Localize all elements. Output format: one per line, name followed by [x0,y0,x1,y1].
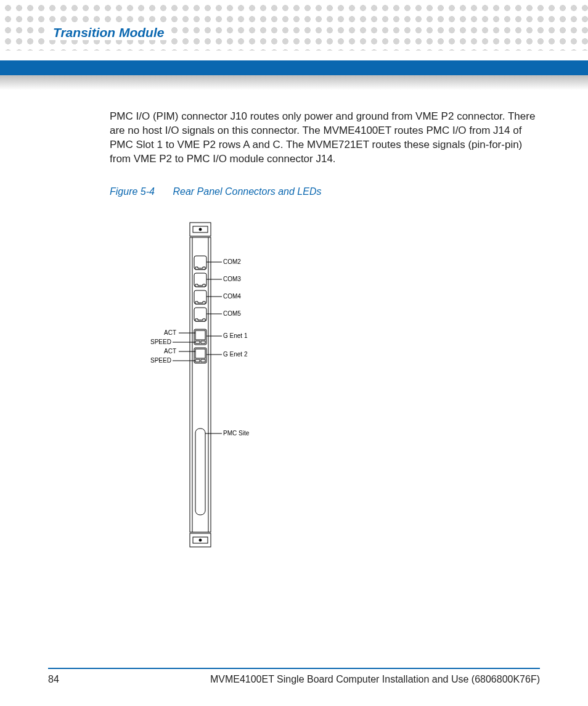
header-shadow [0,75,588,90]
label-act1: ACT [164,329,176,336]
label-speed1: SPEED [150,339,171,345]
label-speed2: SPEED [150,357,171,364]
label-act2: ACT [164,348,176,355]
label-pmcsite: PMC Site [223,430,249,437]
figure-title: Rear Panel Connectors and LEDs [173,186,321,197]
figure-caption: Figure 5-4 Rear Panel Connectors and LED… [110,186,321,197]
label-genet2: G Enet 2 [223,351,247,358]
svg-point-2 [199,228,202,231]
label-com4: COM4 [223,293,241,300]
svg-point-8 [199,539,202,541]
label-com2: COM2 [223,258,241,265]
header-bar [0,60,588,75]
svg-rect-17 [194,348,206,363]
section-title: Transition Module [48,25,169,40]
svg-rect-15 [195,341,200,343]
figure-number: Figure 5-4 [110,186,170,197]
svg-rect-18 [195,349,205,358]
label-com3: COM3 [223,276,241,282]
svg-rect-19 [195,359,200,362]
footer-text: MVME4100ET Single Board Computer Install… [210,674,540,685]
svg-rect-16 [201,341,205,343]
page-number: 84 [48,674,59,685]
body-paragraph: PMC I/O (PIM) connector J10 routes only … [110,110,541,166]
document-page: Transition Module PMC I/O (PIM) connecto… [0,0,588,706]
svg-rect-13 [194,329,206,345]
svg-rect-21 [195,429,205,515]
svg-rect-20 [201,359,205,362]
svg-rect-14 [195,330,205,340]
panel-svg [148,219,296,564]
label-genet1: G Enet 1 [223,332,247,339]
label-com5: COM5 [223,310,241,317]
figure-diagram: COM2 COM3 COM4 COM5 G Enet 1 G Enet 2 PM… [148,219,296,564]
svg-rect-3 [190,237,211,532]
footer-rule [48,668,540,669]
